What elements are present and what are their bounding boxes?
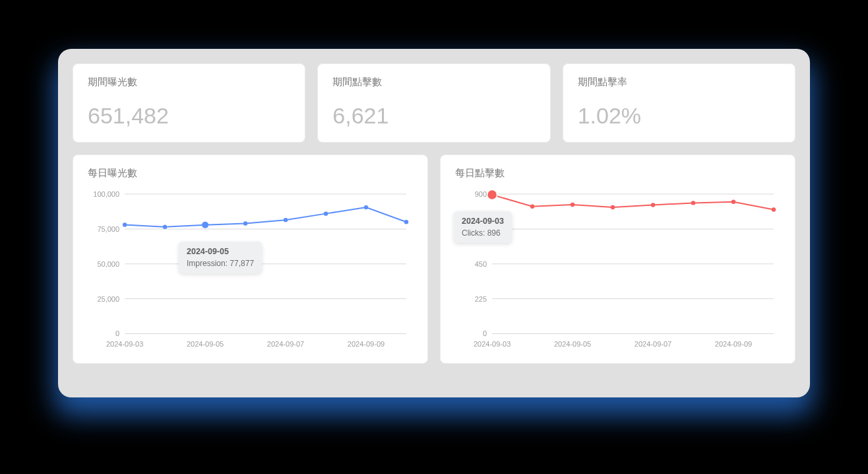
stat-label: 期間點擊率 (578, 76, 780, 88)
svg-text:0: 0 (115, 329, 119, 337)
svg-point-20 (364, 205, 368, 209)
chart-title: 每日點擊數 (455, 167, 783, 180)
svg-point-18 (284, 218, 288, 222)
svg-point-39 (571, 203, 574, 207)
stat-value: 651,482 (88, 103, 290, 129)
chart-title: 每日曝光數 (88, 167, 416, 180)
chart-tooltip-clicks: 2024-09-03 Clicks: 896 (454, 211, 512, 243)
svg-text:2024-09-05: 2024-09-05 (554, 340, 591, 348)
chart-row: 每日曝光數 025,00050,00075,000100,0002024-09-… (73, 154, 795, 364)
svg-text:225: 225 (475, 295, 487, 303)
chart-card-impressions: 每日曝光數 025,00050,00075,000100,0002024-09-… (73, 154, 428, 364)
svg-text:2024-09-09: 2024-09-09 (715, 340, 752, 348)
svg-point-19 (324, 211, 328, 215)
stat-row: 期間曝光數 651,482 期間點擊數 6,621 期間點擊率 1.02% (73, 63, 795, 143)
svg-text:2024-09-07: 2024-09-07 (267, 340, 304, 348)
svg-point-43 (731, 200, 735, 204)
tooltip-date: 2024-09-03 (462, 217, 504, 226)
svg-point-42 (691, 201, 695, 205)
chart-card-clicks: 每日點擊數 02254506759002024-09-032024-09-052… (440, 154, 795, 364)
tooltip-value: Clicks: 896 (462, 228, 504, 238)
line-chart-clicks: 02254506759002024-09-032024-09-052024-09… (452, 185, 783, 354)
stat-value: 6,621 (332, 103, 535, 129)
chart-tooltip-impressions: 2024-09-05 Impression: 77,877 (179, 242, 262, 273)
svg-text:2024-09-05: 2024-09-05 (187, 340, 224, 348)
svg-text:900: 900 (475, 190, 487, 198)
svg-text:100,000: 100,000 (93, 190, 119, 198)
stat-value: 1.02% (578, 103, 780, 129)
svg-text:0: 0 (483, 329, 487, 337)
svg-text:50,000: 50,000 (97, 260, 119, 268)
dashboard-frame: 期間曝光數 651,482 期間點擊數 6,621 期間點擊率 1.02% 每日… (58, 49, 810, 397)
svg-point-41 (651, 203, 655, 207)
stat-card-ctr: 期間點擊率 1.02% (563, 63, 795, 143)
svg-point-45 (487, 189, 497, 199)
svg-point-14 (123, 222, 127, 226)
stat-card-clicks: 期間點擊數 6,621 (317, 63, 550, 143)
stat-card-impressions: 期間曝光數 651,482 (73, 63, 305, 143)
svg-point-22 (202, 222, 208, 228)
svg-text:2024-09-03: 2024-09-03 (106, 340, 143, 348)
svg-text:75,000: 75,000 (97, 225, 119, 233)
svg-point-15 (163, 225, 167, 229)
svg-text:2024-09-03: 2024-09-03 (474, 340, 511, 348)
tooltip-date: 2024-09-05 (187, 247, 254, 256)
svg-point-38 (530, 205, 534, 209)
svg-text:25,000: 25,000 (97, 295, 119, 303)
chart-area-clicks[interactable]: 02254506759002024-09-032024-09-052024-09… (452, 185, 783, 354)
chart-area-impressions[interactable]: 025,00050,00075,000100,0002024-09-032024… (85, 185, 416, 354)
svg-text:450: 450 (475, 260, 487, 268)
svg-text:2024-09-09: 2024-09-09 (348, 340, 385, 348)
svg-point-40 (611, 205, 615, 209)
svg-point-44 (772, 207, 776, 211)
tooltip-value: Impression: 77,877 (187, 259, 254, 268)
svg-text:2024-09-07: 2024-09-07 (635, 340, 671, 348)
stat-label: 期間曝光數 (88, 76, 290, 88)
svg-point-21 (404, 220, 408, 224)
svg-point-17 (243, 221, 247, 225)
stat-label: 期間點擊數 (332, 76, 535, 88)
